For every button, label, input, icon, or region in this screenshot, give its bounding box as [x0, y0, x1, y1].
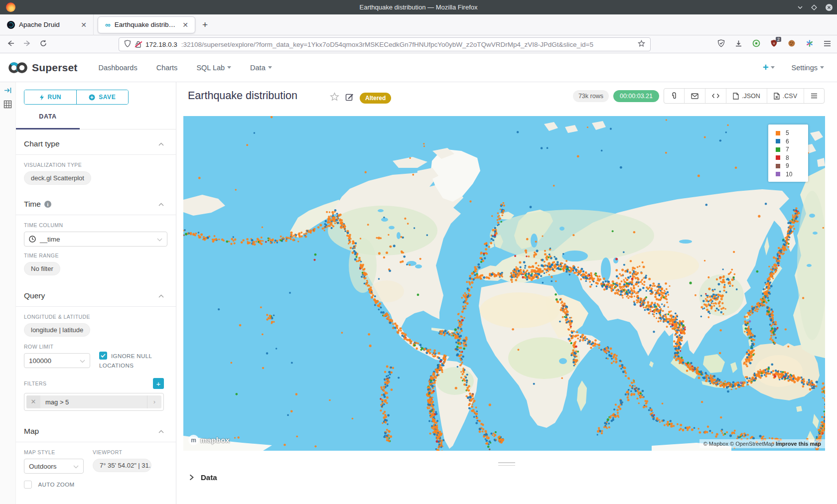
- section-point-size[interactable]: Point Size: [16, 492, 176, 504]
- browser-toolbar: 172.18.0.3:32108/superset/explore/?form_…: [0, 35, 837, 53]
- time-range-label: TIME RANGE: [24, 252, 164, 258]
- viz-type-value[interactable]: deck.gl Scatterplot: [24, 171, 91, 185]
- legend-item: 8: [768, 154, 808, 162]
- edit-properties-icon[interactable]: [345, 93, 354, 103]
- viewport-value[interactable]: 7° 35' 54.02" | 31...: [93, 459, 151, 472]
- back-button[interactable]: [7, 40, 14, 49]
- legend-label: 9: [786, 162, 789, 169]
- legend-item: 6: [768, 137, 808, 146]
- favorite-star-icon[interactable]: [330, 92, 339, 104]
- mapbox-logo[interactable]: m mapbox: [188, 435, 230, 445]
- legend-label: 5: [786, 129, 789, 136]
- window-close-icon[interactable]: [825, 3, 833, 11]
- tab-label: Earthquake distribution: [115, 21, 177, 28]
- email-button[interactable]: [684, 89, 705, 103]
- privacy-extension-icon[interactable]: [752, 39, 760, 49]
- section-query[interactable]: Query: [16, 278, 176, 307]
- download-icon[interactable]: [735, 40, 742, 49]
- auto-zoom-checkbox[interactable]: [24, 481, 32, 489]
- save-button[interactable]: SAVE: [77, 90, 129, 104]
- nav-item-sql-lab[interactable]: SQL Lab: [196, 64, 231, 72]
- legend-label: 7: [786, 146, 789, 153]
- file-x-icon: [774, 93, 780, 100]
- map-style-select[interactable]: Outdoors: [24, 459, 84, 474]
- settings-menu[interactable]: Settings: [792, 64, 824, 72]
- chevron-down-icon: [771, 66, 775, 69]
- legend-item: 7: [768, 145, 808, 154]
- remove-filter-icon[interactable]: ✕: [26, 395, 40, 408]
- time-column-select[interactable]: __time: [24, 232, 167, 247]
- magnitude-legend: 5678910: [768, 125, 808, 182]
- left-rail: [0, 82, 16, 504]
- section-map[interactable]: Map: [16, 414, 176, 442]
- superset-logo[interactable]: Superset: [8, 61, 77, 74]
- filter-value: mag > 5: [40, 398, 147, 406]
- deckgl-scatter-map[interactable]: 5678910 m mapbox © Mapbox © OpenStreetMa…: [183, 116, 825, 451]
- row-count-badge: 73k rows: [573, 90, 609, 102]
- run-button[interactable]: RUN: [24, 90, 77, 104]
- superset-navbar: Superset Dashboards Charts SQL Lab Data …: [0, 53, 837, 82]
- cookie-extension-icon[interactable]: [788, 39, 796, 49]
- tab-strip: Apache Druid ✕ ∞ Earthquake distribution…: [0, 14, 837, 35]
- export-json-button[interactable]: .JSON: [726, 89, 767, 103]
- chevron-down-icon: [820, 66, 824, 69]
- window-title: Earthquake distribution — Mozilla Firefo…: [0, 3, 837, 11]
- collapse-panel-icon[interactable]: [3, 86, 12, 97]
- panel-tabs: DATA: [16, 113, 176, 129]
- panel-resize-handle[interactable]: [498, 462, 515, 468]
- section-time[interactable]: Timei: [16, 188, 176, 215]
- legend-swatch: [776, 155, 780, 160]
- section-chart-type[interactable]: Chart type: [16, 129, 176, 155]
- superset-logo-icon: [8, 61, 28, 74]
- nav-item-data[interactable]: Data: [250, 64, 272, 72]
- tracking-shield-icon[interactable]: [124, 40, 131, 49]
- tab-close-icon[interactable]: ✕: [79, 21, 88, 29]
- protections-shield-icon[interactable]: [717, 39, 725, 49]
- chart-header: Earthquake distribution Altered 73k rows…: [176, 86, 837, 112]
- data-panel-toggle[interactable]: Data: [189, 473, 217, 482]
- row-limit-select[interactable]: 100000: [24, 353, 90, 368]
- ublock-icon[interactable]: u2: [770, 39, 778, 49]
- viz-type-label: VISUALIZATION TYPE: [24, 162, 164, 168]
- envelope-icon: [691, 93, 698, 99]
- earthquake-points-layer: [183, 116, 825, 451]
- forward-button[interactable]: [23, 40, 31, 49]
- window-maximize-icon[interactable]: [811, 4, 817, 10]
- browser-tab-earthquake-distribution[interactable]: ∞ Earthquake distribution ✕: [98, 16, 195, 33]
- chart-menu-button[interactable]: [804, 89, 824, 103]
- insecure-lock-icon[interactable]: [135, 41, 141, 48]
- add-filter-button[interactable]: +: [153, 378, 164, 389]
- dataset-grid-icon[interactable]: [3, 100, 12, 111]
- tab-close-icon[interactable]: ✕: [181, 21, 190, 29]
- viewport-label: VIEWPORT: [93, 449, 157, 455]
- nav-item-charts[interactable]: Charts: [156, 64, 178, 72]
- time-range-value[interactable]: No filter: [24, 262, 60, 275]
- reload-button[interactable]: [40, 40, 47, 49]
- chart-title: Earthquake distribution: [188, 90, 297, 102]
- embed-code-button[interactable]: [705, 89, 726, 103]
- legend-item: 10: [768, 170, 808, 179]
- copy-link-button[interactable]: [664, 89, 684, 103]
- pinwheel-extension-icon[interactable]: [806, 39, 814, 49]
- url-bar[interactable]: 172.18.0.3:32108/superset/explore/?form_…: [119, 37, 651, 51]
- export-csv-button[interactable]: .CSV: [767, 89, 804, 103]
- new-item-button[interactable]: +: [763, 62, 775, 73]
- expand-filter-icon[interactable]: ›: [147, 395, 161, 408]
- mapbox-logo-icon: m: [188, 435, 199, 445]
- explore-control-panel: RUN SAVE DATA Chart type VISUALIZATION T…: [16, 82, 176, 504]
- ignore-null-checkbox[interactable]: [99, 352, 107, 360]
- legend-swatch: [776, 147, 780, 152]
- menu-icon[interactable]: [824, 40, 831, 49]
- window-minimize-icon[interactable]: [797, 4, 803, 10]
- browser-tab-apache-druid[interactable]: Apache Druid ✕: [0, 14, 94, 35]
- improve-map-link[interactable]: Improve this map: [776, 441, 821, 447]
- altered-badge[interactable]: Altered: [360, 93, 391, 104]
- tab-data[interactable]: DATA: [16, 113, 80, 120]
- lonlat-value[interactable]: longitude | latitude: [24, 323, 90, 337]
- url-path: :32108/superset/explore/?form_data_key=1…: [181, 41, 634, 48]
- filter-chip[interactable]: ✕ mag > 5 ›: [26, 395, 161, 408]
- chevron-right-icon: [189, 474, 194, 481]
- new-tab-button[interactable]: +: [202, 19, 208, 30]
- bookmark-star-icon[interactable]: [638, 40, 645, 49]
- nav-item-dashboards[interactable]: Dashboards: [98, 64, 137, 72]
